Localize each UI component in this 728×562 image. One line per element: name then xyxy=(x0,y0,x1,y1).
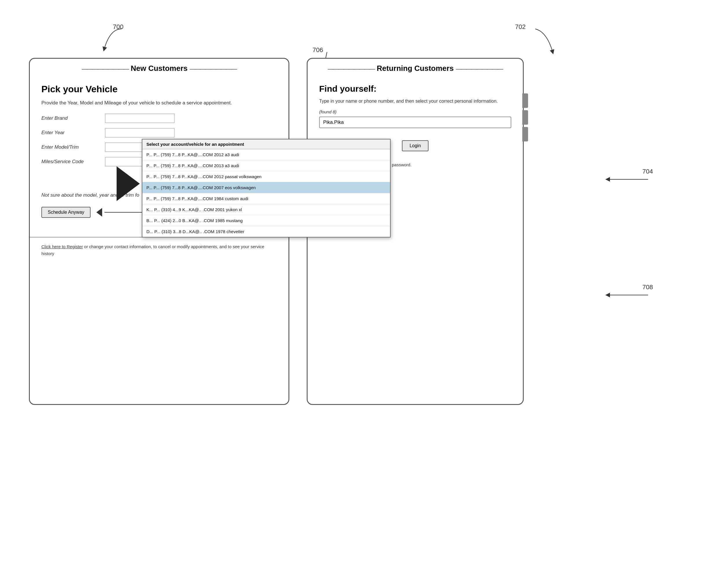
new-customers-footer: Click here to Register or change your co… xyxy=(30,237,288,263)
found-label: (found 8) xyxy=(319,109,511,114)
schedule-anyway-button[interactable]: Schedule Anyway xyxy=(41,207,91,218)
dropdown-item-7[interactable]: D... P... (310) 3...8 D...KA@.. .COM 197… xyxy=(142,226,390,237)
dropdown-item-3[interactable]: P... P... (759) 7...8 P...KA@....COM 200… xyxy=(142,182,390,193)
dropdown-item-0[interactable]: P... P... (759) 7...8 P...KA@....COM 201… xyxy=(142,149,390,160)
brand-input[interactable] xyxy=(105,114,174,123)
login-button[interactable]: Login xyxy=(402,140,428,151)
new-customers-title-text: New Customers xyxy=(131,64,188,73)
year-label: Enter Year xyxy=(41,130,105,136)
model-label: Enter Model/Trim xyxy=(41,144,105,150)
tab-indicators xyxy=(522,93,528,142)
dropdown-item-2[interactable]: P... P... (759) 7...8 P...KA@....COM 201… xyxy=(142,171,390,182)
find-yourself-title: Find yourself: xyxy=(319,84,511,94)
annotation-702: 702 xyxy=(515,23,526,31)
or-arrow-left-icon xyxy=(96,208,102,217)
returning-search-input[interactable] xyxy=(319,117,511,128)
returning-customers-header: Returning Customers xyxy=(308,59,523,75)
new-customers-header: New Customers xyxy=(30,59,288,75)
miles-label: Miles/Service Code xyxy=(41,159,105,165)
pick-vehicle-desc: Provide the Year, Model and Mileage of y… xyxy=(41,99,277,107)
account-dropdown: Select your account/vehicle for an appoi… xyxy=(142,139,391,238)
dropdown-header-text: Select your account/vehicle for an appoi… xyxy=(142,139,390,149)
dropdown-item-6[interactable]: B... P... (424) 2...0 B...KA@.. .COM 198… xyxy=(142,215,390,226)
brand-label: Enter Brand xyxy=(41,115,105,121)
register-link[interactable]: Click here to Register xyxy=(41,244,83,249)
year-row: Enter Year xyxy=(41,128,277,137)
dropdown-item-1[interactable]: P... P... (759) 7...8 P...KA@....COM 201… xyxy=(142,160,390,171)
brand-row: Enter Brand xyxy=(41,114,277,123)
dropdown-item-5[interactable]: K... P... (310) 4...9 K...KA@.. .COM 200… xyxy=(142,204,390,215)
find-yourself-desc: Type in your name or phone number, and t… xyxy=(319,98,511,105)
returning-customers-body: Find yourself: Type in your name or phon… xyxy=(308,75,523,140)
tab-indicator-1[interactable] xyxy=(522,93,528,108)
arrow-700 xyxy=(93,26,127,55)
tab-indicator-2[interactable] xyxy=(522,110,528,125)
arrow-right-icon xyxy=(117,166,140,201)
year-input[interactable] xyxy=(105,128,174,137)
tab-indicator-3[interactable] xyxy=(522,127,528,142)
dropdown-item-4[interactable]: P... P... (759) 7...8 P...KA@....COM 198… xyxy=(142,193,390,204)
pick-vehicle-title: Pick your Vehicle xyxy=(41,84,277,95)
returning-customers-title-text: Returning Customers xyxy=(377,64,454,73)
arrow-702 xyxy=(530,26,564,55)
